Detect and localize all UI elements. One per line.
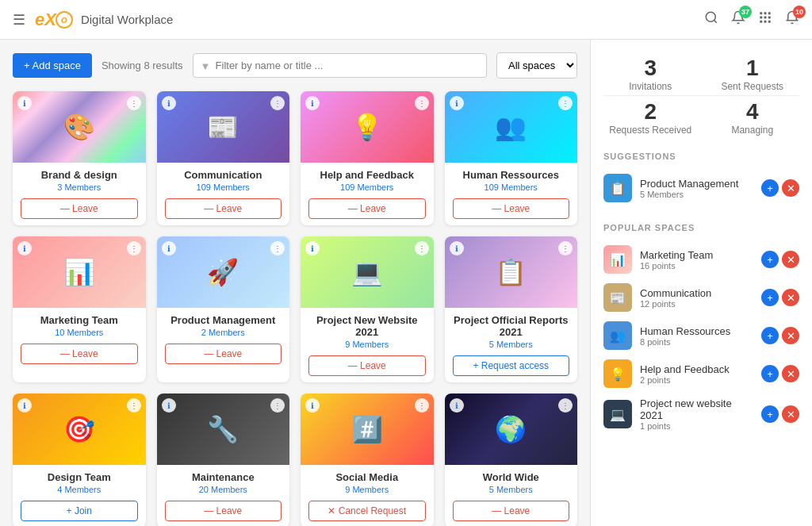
apps-button[interactable] (758, 10, 772, 29)
header-icons: 37 10 (704, 10, 799, 29)
card-info-icon[interactable]: ℹ (17, 398, 32, 413)
card-members: 109 Members (453, 182, 570, 192)
card-menu-icon[interactable]: ⋮ (415, 241, 429, 255)
card-menu-icon[interactable]: ⋮ (558, 398, 573, 413)
card-menu-icon[interactable]: ⋮ (127, 398, 141, 413)
svg-rect-9 (764, 21, 767, 23)
card-action-button[interactable]: — Leave (21, 344, 138, 364)
card-menu-icon[interactable]: ⋮ (270, 96, 285, 110)
space-card: 📊 ℹ ⋮ Marketing Team 10 Members — Leave (13, 236, 146, 382)
card-info-icon[interactable]: ℹ (450, 398, 464, 413)
popular-sub: 8 points (640, 337, 753, 347)
search-button[interactable] (704, 10, 718, 29)
spaces-filter-select[interactable]: All spaces (496, 52, 577, 79)
svg-rect-5 (760, 17, 762, 19)
card-menu-icon[interactable]: ⋮ (270, 398, 285, 413)
card-image: 🎯 ℹ ⋮ (13, 394, 146, 465)
popular-icon: 📊 (603, 245, 632, 274)
card-emoji: #️⃣ (351, 414, 383, 444)
svg-line-1 (714, 20, 716, 22)
popular-add-button[interactable]: + (761, 405, 779, 423)
logo: eX o (35, 10, 73, 30)
suggestion-remove-button[interactable]: ✕ (782, 179, 799, 197)
card-name: World Wide (453, 471, 570, 483)
card-info-icon[interactable]: ℹ (305, 241, 320, 255)
card-members: 9 Members (308, 340, 426, 349)
card-action-button[interactable]: + Request access (453, 355, 570, 376)
bell-button[interactable]: 10 (785, 10, 799, 29)
card-info-icon[interactable]: ℹ (305, 96, 320, 110)
popular-icon: 💻 (603, 400, 632, 428)
svg-point-0 (706, 12, 715, 21)
logo-text: eX (35, 10, 56, 30)
popular-actions: + ✕ (761, 251, 799, 268)
space-card: 👥 ℹ ⋮ Human Ressources 109 Members — Lea… (445, 91, 578, 225)
card-action-button[interactable]: — Leave (165, 198, 282, 219)
content-area: + Add space Showing 8 results ▼ All spac… (0, 40, 590, 526)
popular-remove-button[interactable]: ✕ (782, 251, 799, 268)
popular-remove-button[interactable]: ✕ (782, 365, 799, 382)
card-info-icon[interactable]: ℹ (17, 241, 32, 255)
filter-input[interactable] (193, 53, 487, 78)
card-info-icon[interactable]: ℹ (450, 96, 464, 110)
popular-remove-button[interactable]: ✕ (782, 289, 799, 306)
card-menu-icon[interactable]: ⋮ (270, 241, 285, 255)
header-title: Digital Workplace (81, 13, 173, 26)
card-menu-icon[interactable]: ⋮ (415, 398, 429, 413)
popular-add-button[interactable]: + (761, 251, 779, 268)
card-action-button[interactable]: — Leave (453, 198, 570, 219)
card-info-icon[interactable]: ℹ (162, 398, 176, 413)
card-info-icon[interactable]: ℹ (17, 96, 32, 110)
card-menu-icon[interactable]: ⋮ (415, 96, 429, 110)
card-menu-icon[interactable]: ⋮ (558, 241, 573, 255)
card-menu-icon[interactable]: ⋮ (127, 96, 141, 110)
card-action-button[interactable]: — Leave (165, 501, 282, 521)
space-card: 🎨 ℹ ⋮ Brand & design 3 Members — Leave (13, 91, 146, 225)
popular-list: 📊 Marketing Team 16 points + ✕ 📰 Communi… (603, 240, 799, 436)
popular-sub: 12 points (640, 299, 753, 309)
popular-icon: 👥 (603, 321, 632, 350)
suggestion-name: Product Management (640, 178, 753, 190)
card-action-button[interactable]: — Leave (453, 501, 570, 521)
space-card: 💻 ℹ ⋮ Project New Website 2021 9 Members… (301, 236, 434, 382)
card-action-button[interactable]: + Join (21, 501, 138, 521)
popular-icon: 💡 (603, 359, 632, 388)
notifications-button[interactable]: 37 (731, 10, 745, 29)
card-menu-icon[interactable]: ⋮ (127, 241, 141, 255)
logo-o: o (56, 11, 73, 29)
card-action-button[interactable]: — Leave (21, 198, 138, 219)
space-grid: 🎨 ℹ ⋮ Brand & design 3 Members — Leave 📰… (13, 91, 577, 526)
card-body: Human Ressources 109 Members — Leave (445, 163, 578, 225)
card-action-button[interactable]: — Leave (308, 355, 426, 376)
popular-name: Marketing Team (640, 249, 753, 261)
popular-add-button[interactable]: + (761, 365, 779, 382)
popular-remove-button[interactable]: ✕ (782, 405, 799, 423)
menu-icon[interactable]: ☰ (13, 11, 25, 29)
card-image: 💡 ℹ ⋮ (301, 91, 434, 163)
card-members: 10 Members (21, 328, 138, 337)
space-card: 🌍 ℹ ⋮ World Wide 5 Members — Leave (445, 394, 578, 526)
popular-info: Communication 12 points (640, 287, 753, 309)
popular-add-button[interactable]: + (761, 327, 779, 344)
suggestion-add-button[interactable]: + (761, 179, 779, 197)
card-action-button[interactable]: — Leave (308, 198, 426, 219)
card-info-icon[interactable]: ℹ (305, 398, 320, 413)
card-action-button[interactable]: — Leave (165, 344, 282, 364)
card-menu-icon[interactable]: ⋮ (558, 96, 573, 110)
card-name: Help and Feedback (308, 169, 426, 181)
card-info-icon[interactable]: ℹ (450, 241, 464, 255)
popular-info: Help and Feedback 2 points (640, 363, 753, 385)
toolbar: + Add space Showing 8 results ▼ All spac… (13, 52, 577, 79)
card-image: 🌍 ℹ ⋮ (445, 394, 578, 465)
card-body: Brand & design 3 Members — Leave (13, 163, 146, 225)
card-action-button[interactable]: ✕ Cancel Request (308, 501, 426, 521)
card-info-icon[interactable]: ℹ (162, 96, 176, 110)
card-body: Help and Feedback 109 Members — Leave (301, 163, 434, 225)
card-name: Brand & design (21, 169, 138, 181)
popular-actions: + ✕ (761, 365, 799, 382)
popular-remove-button[interactable]: ✕ (782, 327, 799, 344)
popular-add-button[interactable]: + (761, 289, 779, 306)
add-space-button[interactable]: + Add space (13, 53, 92, 78)
card-info-icon[interactable]: ℹ (162, 241, 176, 255)
popular-actions: + ✕ (761, 405, 799, 423)
